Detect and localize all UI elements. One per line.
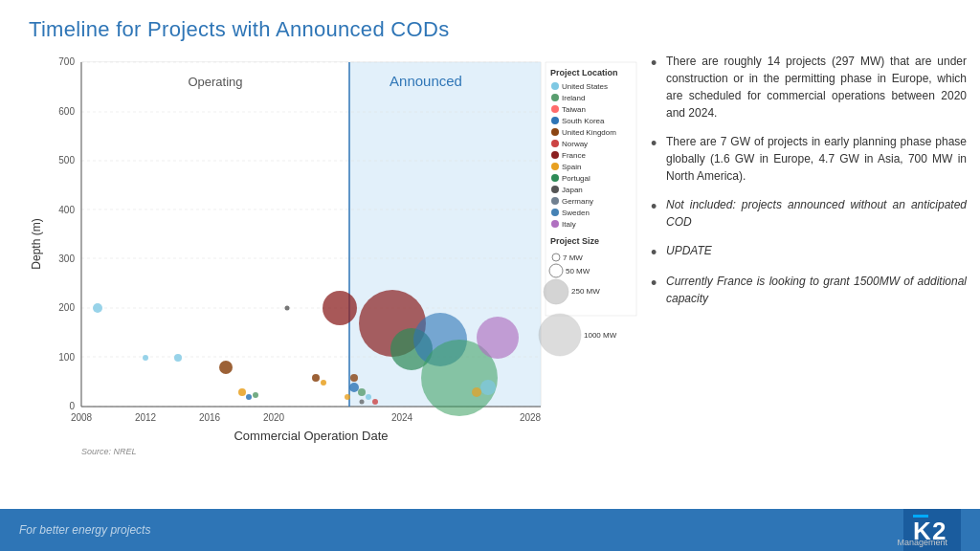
- svg-rect-58: [546, 62, 636, 316]
- svg-point-76: [551, 174, 559, 182]
- logo-subtitle: Management: [897, 538, 947, 547]
- svg-point-42: [321, 380, 326, 386]
- svg-text:Operating: Operating: [188, 75, 242, 89]
- svg-point-62: [551, 94, 559, 101]
- svg-point-70: [551, 140, 559, 147]
- svg-rect-1: [81, 62, 349, 407]
- svg-text:Portugal: Portugal: [562, 174, 590, 183]
- bullet-dot: •: [651, 198, 658, 215]
- right-panel: •There are roughly 14 projects (297 MW) …: [651, 53, 967, 319]
- svg-text:Commercial Operation Date: Commercial Operation Date: [234, 429, 388, 443]
- svg-point-60: [551, 82, 559, 90]
- svg-point-68: [551, 128, 559, 136]
- bullet-dot: •: [651, 275, 658, 292]
- svg-text:Spain: Spain: [562, 163, 581, 171]
- svg-text:Source: NREL: Source: NREL: [81, 447, 137, 456]
- svg-text:Announced: Announced: [390, 73, 462, 89]
- bullet-text: Currently France is looking to grant 150…: [666, 273, 967, 307]
- bullet-item: •UPDATE: [651, 242, 967, 261]
- footer: For better energy projects K 2 Managemen…: [0, 509, 980, 551]
- svg-point-35: [174, 354, 182, 362]
- svg-text:United Kingdom: United Kingdom: [562, 128, 616, 137]
- svg-text:2028: 2028: [520, 412, 542, 423]
- svg-text:Germany: Germany: [562, 197, 593, 206]
- bullet-dot: •: [651, 244, 658, 261]
- svg-text:250 MW: 250 MW: [571, 287, 600, 296]
- svg-text:2024: 2024: [391, 412, 413, 423]
- svg-text:500: 500: [58, 155, 75, 165]
- footer-tagline: For better energy projects: [19, 523, 150, 537]
- svg-point-64: [551, 105, 559, 113]
- svg-point-93: [539, 314, 581, 356]
- svg-point-44: [349, 383, 359, 392]
- svg-point-37: [238, 388, 246, 396]
- bullet-text: There are 7 GW of projects in early plan…: [666, 133, 967, 185]
- svg-point-48: [366, 394, 371, 400]
- svg-point-50: [360, 400, 365, 405]
- svg-point-82: [551, 209, 559, 216]
- svg-point-72: [551, 151, 559, 159]
- svg-point-66: [551, 117, 559, 124]
- svg-text:0: 0: [69, 401, 75, 411]
- svg-point-43: [323, 291, 357, 325]
- svg-text:Norway: Norway: [562, 140, 588, 148]
- svg-text:Project Size: Project Size: [550, 236, 599, 246]
- svg-text:2008: 2008: [71, 412, 93, 423]
- svg-point-56: [480, 380, 496, 395]
- svg-text:Taiwan: Taiwan: [562, 105, 586, 114]
- svg-text:50 MW: 50 MW: [566, 267, 590, 276]
- svg-point-47: [345, 394, 350, 400]
- bullet-item: •There are 7 GW of projects in early pla…: [651, 133, 967, 185]
- svg-text:Sweden: Sweden: [562, 209, 590, 217]
- svg-text:700: 700: [58, 56, 75, 67]
- svg-text:2020: 2020: [263, 412, 285, 423]
- chart-container: 700 600 500 400 300 200 100 0 Depth (m) …: [29, 53, 641, 464]
- svg-text:100: 100: [58, 352, 75, 363]
- svg-point-80: [551, 197, 559, 205]
- bullet-item: •Currently France is looking to grant 15…: [651, 273, 967, 307]
- bullet-text: Not included: projects announced without…: [666, 196, 967, 231]
- bullet-item: •There are roughly 14 projects (297 MW) …: [651, 53, 967, 121]
- svg-point-41: [312, 374, 320, 382]
- svg-rect-97: [913, 515, 928, 518]
- bullet-dot: •: [651, 135, 658, 152]
- svg-point-39: [253, 392, 258, 398]
- svg-text:600: 600: [58, 106, 75, 117]
- bullet-text: UPDATE: [666, 242, 712, 259]
- svg-text:400: 400: [58, 205, 75, 215]
- svg-point-78: [551, 186, 559, 193]
- svg-point-91: [544, 279, 568, 304]
- svg-text:7 MW: 7 MW: [563, 253, 583, 262]
- svg-point-74: [551, 163, 559, 170]
- svg-text:Project Location: Project Location: [550, 68, 618, 77]
- svg-text:Ireland: Ireland: [562, 94, 585, 102]
- bullet-item: •Not included: projects announced withou…: [651, 196, 967, 231]
- svg-point-45: [358, 388, 366, 396]
- svg-text:2016: 2016: [199, 412, 221, 423]
- svg-point-84: [551, 220, 559, 228]
- svg-point-34: [143, 355, 148, 361]
- bullet-text: There are roughly 14 projects (297 MW) t…: [666, 53, 967, 121]
- svg-text:Depth (m): Depth (m): [30, 218, 43, 269]
- svg-text:Japan: Japan: [562, 186, 583, 194]
- page-title: Timeline for Projects with Announced COD…: [29, 17, 449, 42]
- svg-text:France: France: [562, 151, 586, 160]
- svg-text:Italy: Italy: [562, 220, 576, 229]
- svg-text:2012: 2012: [135, 412, 157, 423]
- svg-point-36: [219, 361, 233, 374]
- svg-text:United States: United States: [562, 82, 608, 91]
- bullet-dot: •: [651, 55, 658, 72]
- svg-text:1000 MW: 1000 MW: [584, 331, 617, 340]
- svg-point-38: [246, 394, 252, 400]
- svg-point-46: [350, 374, 358, 382]
- svg-text:200: 200: [58, 302, 75, 313]
- svg-point-33: [93, 303, 102, 313]
- svg-point-55: [477, 317, 519, 359]
- svg-text:South Korea: South Korea: [562, 117, 605, 125]
- svg-point-40: [285, 306, 290, 311]
- svg-text:300: 300: [58, 253, 75, 264]
- svg-point-57: [472, 387, 481, 397]
- svg-point-49: [372, 399, 378, 405]
